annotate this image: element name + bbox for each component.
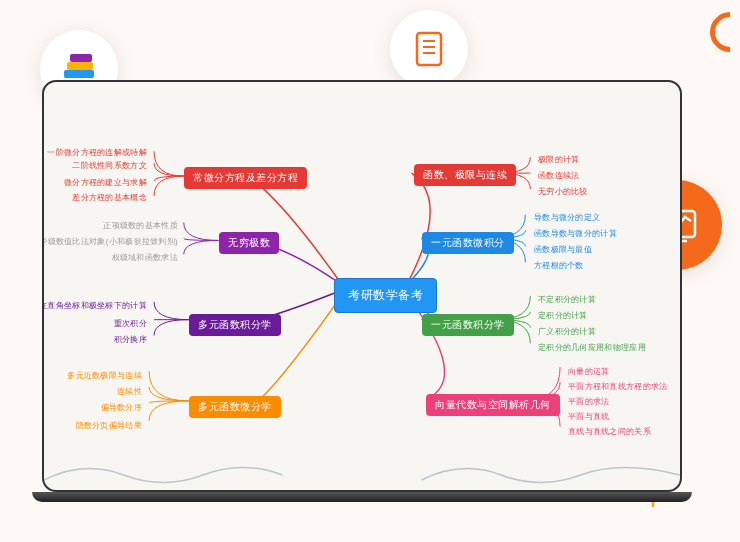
leaf-node: 积分换序 — [114, 334, 147, 345]
leaf-node: 权级域和函数求法 — [112, 252, 178, 263]
notebook-icon — [390, 10, 468, 88]
svg-rect-1 — [67, 62, 93, 70]
leaf-node: 导数与微分的定义 — [534, 212, 600, 223]
leaf-node: 定积分的计算 — [538, 310, 588, 321]
leaf-node: 直线与直线之间的关系 — [568, 426, 651, 437]
leaf-node: 偏导数分序 — [101, 402, 143, 413]
laptop-frame: 考研数学备考 常微分方程及差分方程 一阶微分方程的连解或特解 二阶线性同系数方文… — [42, 80, 682, 510]
leaf-node: 广义积分的计算 — [538, 326, 596, 337]
branch-node[interactable]: 函数、极限与连续 — [414, 164, 516, 186]
laptop-base — [32, 492, 692, 502]
branch-node[interactable]: 多元函数积分学 — [189, 314, 281, 336]
leaf-node: 差分方程的基本概念 — [72, 192, 147, 203]
branch-node[interactable]: 多元函数微分学 — [189, 396, 281, 418]
mindmap-canvas: 考研数学备考 常微分方程及差分方程 一阶微分方程的连解或特解 二阶线性同系数方文… — [42, 80, 682, 492]
leaf-node: 方程根的个数 — [534, 260, 584, 271]
leaf-node: 平面的求法 — [568, 396, 610, 407]
leaf-node: 重次积分 — [114, 318, 147, 329]
branch-node[interactable]: 常微分方程及差分方程 — [184, 167, 307, 189]
branch-node[interactable]: 无穷极数 — [219, 232, 279, 254]
leaf-node: 函数连续法 — [538, 170, 580, 181]
leaf-node: 无穷小的比较 — [538, 186, 588, 197]
leaf-node: 不定积分的计算 — [538, 294, 596, 305]
wave-decoration — [44, 450, 680, 490]
leaf-node: 多元近数极限与连续 — [67, 370, 142, 381]
leaf-node: 极限的计算 — [538, 154, 580, 165]
branch-node[interactable]: 向量代数与空间解析几何 — [426, 394, 560, 416]
leaf-node: 平面与直线 — [568, 411, 610, 422]
leaf-node: 平面方程和直线方程的求法 — [568, 381, 668, 392]
leaf-node: 连续性 — [117, 386, 142, 397]
svg-rect-2 — [70, 54, 92, 62]
leaf-node: 向量的运算 — [568, 366, 610, 377]
leaf-node: 二重积分在直角坐标和极坐标下的计算 — [42, 300, 147, 311]
svg-rect-0 — [64, 70, 94, 78]
branch-node[interactable]: 一元函数积分学 — [422, 314, 514, 336]
leaf-node: 二阶线性同系数方文 — [72, 160, 147, 171]
leaf-node: 函数极限与最值 — [534, 244, 592, 255]
leaf-node: 正项级数的基本性质 — [103, 220, 178, 231]
leaf-node: 一些级数值比法对象(小和极狄拉致判别) — [42, 236, 178, 247]
svg-rect-3 — [417, 33, 441, 65]
arc-decoration — [702, 4, 740, 61]
root-node[interactable]: 考研数学备考 — [334, 278, 437, 313]
branch-node[interactable]: 一元函数微积分 — [422, 232, 514, 254]
leaf-node: 隐数分页偏导结果 — [76, 420, 142, 431]
leaf-node: 定积分的几何应用和物理应用 — [538, 342, 646, 353]
leaf-node: 函数导数与微分的计算 — [534, 228, 617, 239]
leaf-node: 一阶微分方程的连解或特解 — [47, 147, 147, 158]
leaf-node: 微分方程的建立与求解 — [64, 177, 147, 188]
